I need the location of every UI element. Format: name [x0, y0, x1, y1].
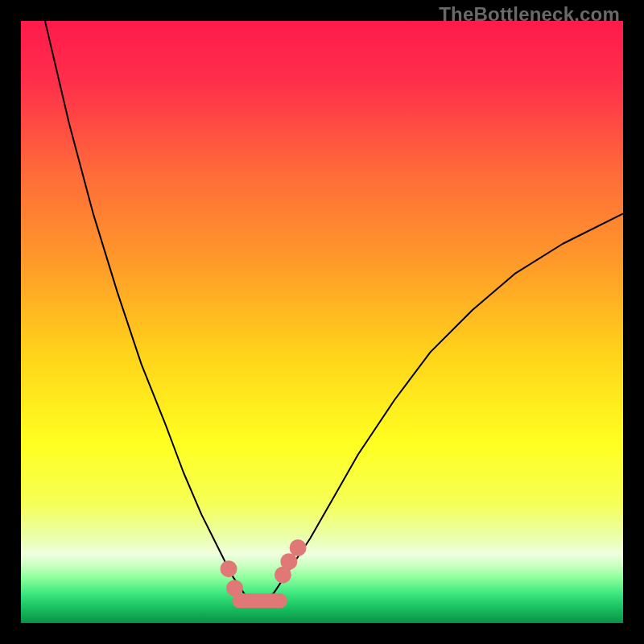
band-endpoint	[273, 593, 287, 608]
chart-background	[21, 21, 623, 623]
marker-dot	[226, 580, 243, 597]
marker-dot	[280, 553, 297, 570]
bottom-band-layer	[233, 593, 287, 608]
marker-dot	[290, 539, 307, 556]
marker-dot	[221, 560, 237, 577]
chart-svg	[21, 21, 623, 623]
chart-frame	[21, 21, 623, 623]
